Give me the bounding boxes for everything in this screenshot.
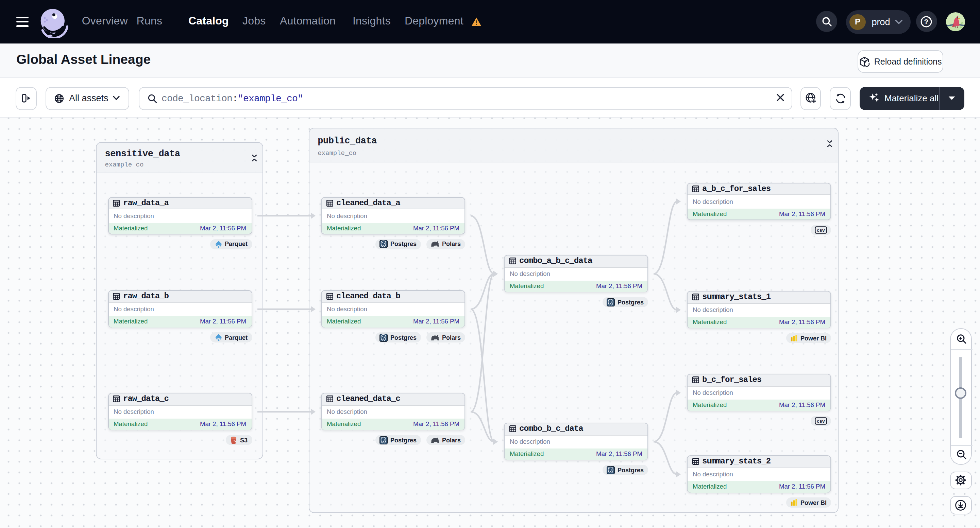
svg-text:csv: csv bbox=[817, 419, 825, 424]
svg-text:csv: csv bbox=[817, 227, 825, 232]
svg-text:?: ? bbox=[924, 17, 929, 25]
